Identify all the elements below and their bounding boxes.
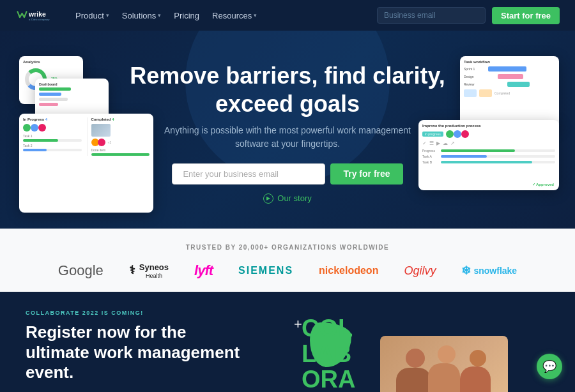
logo-ogilvy: Ogilvy <box>404 264 436 278</box>
collab-photo <box>380 336 508 392</box>
hero-section: Analytics 35% 23% Dashboard <box>0 31 575 229</box>
collab-left: COLLABORATE 2022 IS COMING! Register now… <box>26 310 268 392</box>
hero-subtitle: Anything is possible with the most power… <box>160 124 415 151</box>
hero-card-bottom-left: In Progress 4 Task 1 Task 2 <box>19 114 153 213</box>
navbar: wrike a Citrix company Product ▾ Solutio… <box>0 0 575 31</box>
hero-card-bottom-right: Improve the production process in progre… <box>418 120 559 190</box>
nav-links: Product ▾ Solutions ▾ Pricing Resources … <box>75 11 362 20</box>
chevron-down-icon: ▾ <box>106 12 109 19</box>
our-story-link[interactable]: ▶ Our story <box>263 193 311 204</box>
hero-card-top-right: Task workflow Sprint 1 Design Review Com… <box>460 56 559 130</box>
logos-row: Google ⚕ SyneosHealth lyft SIEMENS nicke… <box>26 262 549 279</box>
svg-text:a Citrix company: a Citrix company <box>29 19 50 22</box>
hero-email-input[interactable] <box>172 163 325 185</box>
chevron-down-icon: ▾ <box>254 12 257 19</box>
plus-icon: + <box>294 316 302 333</box>
svg-text:wrike: wrike <box>28 11 46 19</box>
collab-right: + COL LAB ORA <box>288 310 549 392</box>
nav-pricing[interactable]: Pricing <box>174 11 199 20</box>
hero-title: Remove barriers, find clarity, exceed go… <box>130 62 445 117</box>
trusted-section: TRUSTED BY 20,000+ ORGANIZATIONS WORLDWI… <box>0 229 575 292</box>
logo-lyft: lyft <box>194 262 213 279</box>
logo[interactable]: wrike a Citrix company <box>15 9 60 21</box>
chevron-down-icon: ▾ <box>158 12 161 19</box>
start-for-free-button[interactable]: Start for free <box>492 7 560 24</box>
chat-icon: 💬 <box>542 359 556 373</box>
collab-tag: COLLABORATE 2022 IS COMING! <box>26 310 268 316</box>
play-icon: ▶ <box>263 193 273 204</box>
chat-bubble-button[interactable]: 💬 <box>537 354 562 379</box>
logo-siemens: SIEMENS <box>238 265 293 276</box>
nav-solutions[interactable]: Solutions ▾ <box>122 11 161 20</box>
nav-product[interactable]: Product ▾ <box>75 11 109 20</box>
try-free-button[interactable]: Try for free <box>330 163 402 185</box>
collab-title: Register now for the ultimate work manag… <box>26 322 268 382</box>
nav-resources[interactable]: Resources ▾ <box>212 11 257 20</box>
collab-ora-text: COL LAB ORA <box>302 316 355 392</box>
hero-form: Try for free <box>172 163 402 185</box>
nav-email-input[interactable] <box>377 7 486 24</box>
logo-syneos: ⚕ SyneosHealth <box>129 262 169 279</box>
logo-google: Google <box>58 262 103 279</box>
collab-section: COLLABORATE 2022 IS COMING! Register now… <box>0 292 575 392</box>
trusted-label: TRUSTED BY 20,000+ ORGANIZATIONS WORLDWI… <box>26 244 549 251</box>
nav-right: Start for free <box>377 7 560 24</box>
logo-snowflake: ❄snowflake <box>461 264 517 278</box>
logo-nickelodeon: nickelodeon <box>319 265 378 276</box>
